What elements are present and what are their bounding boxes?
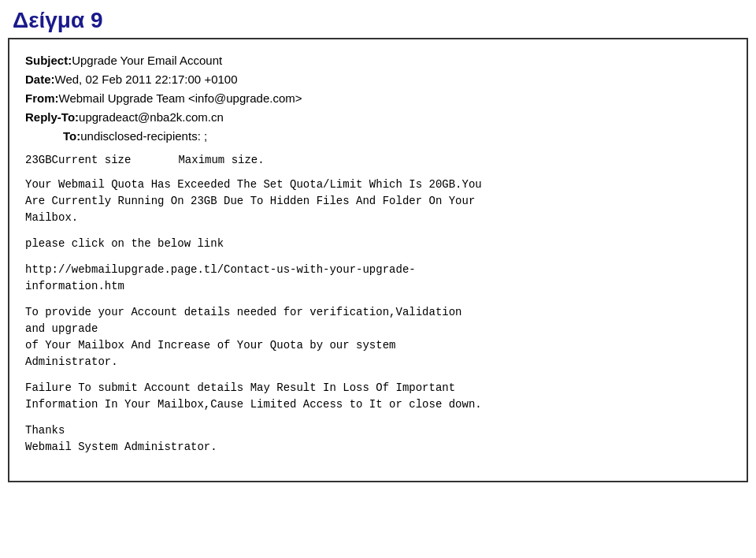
body-paragraph-1: Your Webmail Quota Has Exceeded The Set … (25, 177, 731, 226)
link-line1: http://webmailupgrade.page.tl/Contact-us… (25, 263, 416, 276)
body-paragraph-3: Failure To submit Account details May Re… (25, 380, 731, 413)
body-line1: Your Webmail Quota Has Exceeded The Set … (25, 178, 482, 191)
to-line: To:undisclosed-recipients: ; (25, 128, 731, 144)
body-para2-line4: Administrator. (25, 355, 118, 368)
body-line2: Are Currently Running On 23GB Due To Hid… (25, 195, 475, 207)
body-paragraph-2: To provide your Account details needed f… (25, 304, 731, 370)
body-para3-line2: Information In Your Mailbox,Cause Limite… (25, 398, 482, 411)
date-value: Wed, 02 Feb 2011 22:17:00 +0100 (55, 73, 238, 86)
date-label: Date: (25, 73, 55, 86)
body-line3: Mailbox. (25, 211, 78, 224)
email-container: Subject:Upgrade Your Email Account Date:… (8, 38, 748, 482)
to-label: To: (63, 129, 80, 143)
footer-paragraph: Thanks Webmail System Administrator. (25, 422, 731, 456)
body-para2-line2: and upgrade (25, 322, 98, 335)
link-paragraph: http://webmailupgrade.page.tl/Contact-us… (25, 262, 731, 295)
footer-line1: Thanks (25, 424, 65, 437)
page-title: Δείγμα 9 (0, 0, 756, 38)
to-value: undisclosed-recipients: ; (80, 129, 207, 143)
subject-line: Subject:Upgrade Your Email Account (25, 52, 731, 69)
footer-line2: Webmail System Administrator. (25, 441, 217, 453)
link-line2: information.htm (25, 280, 124, 292)
replyto-label: Reply-To: (25, 110, 79, 124)
email-body: 23GBCurrent size Maximum size. Your Webm… (25, 152, 731, 456)
size-max: Maximum size. (178, 152, 264, 169)
replyto-value: upgradeact@nba2k.com.cn (79, 110, 224, 124)
body-para2-line1: To provide your Account details needed f… (25, 306, 462, 318)
subject-value: Upgrade Your Email Account (72, 54, 222, 67)
size-current: 23GBCurrent size (25, 152, 131, 169)
subject-label: Subject: (25, 54, 72, 67)
from-label: From: (25, 91, 59, 105)
body-para2-line3: of Your Mailbox And Increase of Your Quo… (25, 339, 395, 352)
click-text: please click on the below link (25, 237, 224, 250)
from-line: From:Webmail Upgrade Team <info@upgrade.… (25, 90, 731, 106)
from-value: Webmail Upgrade Team <info@upgrade.com> (59, 91, 302, 105)
email-header: Subject:Upgrade Your Email Account Date:… (25, 52, 731, 144)
date-line: Date:Wed, 02 Feb 2011 22:17:00 +0100 (25, 71, 731, 87)
click-link-paragraph: please click on the below link (25, 236, 731, 252)
size-line: 23GBCurrent size Maximum size. (25, 152, 731, 169)
body-para3-line1: Failure To submit Account details May Re… (25, 381, 455, 394)
replyto-line: Reply-To:upgradeact@nba2k.com.cn (25, 109, 731, 125)
